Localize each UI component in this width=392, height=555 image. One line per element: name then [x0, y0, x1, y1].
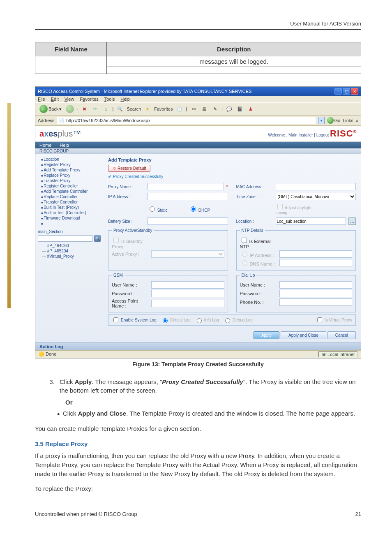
search-icon[interactable]: 🔍: [116, 105, 124, 113]
menu-help[interactable]: Help: [120, 97, 130, 102]
address-dropdown[interactable]: ▾: [318, 117, 325, 124]
check-icon: ✔: [108, 174, 111, 179]
messenger-icon[interactable]: ♟: [247, 105, 255, 113]
tree-node-2[interactable]: #P_465204: [38, 248, 101, 254]
menu-view[interactable]: View: [65, 97, 74, 102]
td-fn-blank: [35, 56, 107, 74]
history-icon[interactable]: 🕘: [175, 105, 184, 113]
action-log-bar[interactable]: Action Log: [35, 342, 361, 350]
td-desc-blank: [107, 67, 361, 74]
radio-critical-log[interactable]: Critical Log: [161, 317, 191, 323]
label-dial-phone: Phone No. :: [240, 300, 277, 305]
search-label[interactable]: Search: [127, 106, 141, 111]
favorites-label[interactable]: Favorites: [154, 106, 173, 111]
input-dial-pass[interactable]: [279, 290, 353, 297]
input-proxy-name[interactable]: [148, 183, 224, 190]
app-nav: Home Help: [35, 142, 361, 148]
apply-button[interactable]: Apply: [254, 331, 279, 339]
menu-favorites[interactable]: Favorites: [80, 97, 98, 102]
restore-default-button[interactable]: ↺ Restore Default: [108, 165, 150, 172]
maximize-button[interactable]: ▢: [343, 88, 350, 95]
tree-node-3[interactable]: #Virtual_Proxy: [38, 254, 101, 259]
print-icon[interactable]: 🖶: [200, 105, 208, 113]
success-message: ✔ Proxy Created Successfully: [108, 174, 356, 179]
stop-icon[interactable]: ✖: [81, 105, 89, 113]
bullet-apply-close: Click Apply and Close. The Template Prox…: [57, 409, 361, 419]
input-mac[interactable]: [276, 183, 356, 190]
sidebar-item-replace-controller[interactable]: Replace Controller: [38, 194, 101, 199]
sidebar-item-replace-proxy[interactable]: Replace Proxy: [38, 173, 101, 178]
input-ntp-ip: [279, 250, 353, 258]
sidebar-item-location[interactable]: Location: [38, 157, 101, 162]
sidebar-item-add-template-proxy[interactable]: Add Template Proxy: [38, 167, 101, 173]
checkbox-enable-log[interactable]: Enable System Log: [112, 316, 157, 324]
sidebar-item-transfer-controller[interactable]: Transfer Controller: [38, 199, 101, 205]
go-label: Go: [334, 118, 341, 123]
field-description-table: Field Name Description messages will be …: [35, 42, 361, 74]
research-icon[interactable]: 📓: [236, 105, 244, 113]
checkbox-daylight: Adjust daylight saving: [276, 203, 313, 215]
radio-static[interactable]: Static: [148, 205, 184, 213]
sidebar-item-transfer-proxy[interactable]: Transfer Proxy: [38, 178, 101, 183]
back-button[interactable]: ← Back ▾: [38, 104, 63, 113]
edit-icon[interactable]: ✎: [211, 105, 219, 113]
menu-edit[interactable]: Edit: [51, 97, 59, 102]
radio-info-log[interactable]: Info Log: [195, 317, 219, 323]
menu-tools[interactable]: Tools: [104, 97, 115, 102]
ie-toolbar: ← Back ▾ → · ✖ ⟳ ⌂ | 🔍 Search ★ Favorite…: [35, 102, 361, 116]
links-chevron-icon[interactable]: »: [356, 118, 358, 123]
radio-debug-log[interactable]: Debug Log: [223, 317, 253, 323]
sidebar-item-bit-controller[interactable]: Built in Test (Controller): [38, 210, 101, 215]
section-3-5-title: 3.5 Replace Proxy: [35, 440, 361, 447]
forward-button[interactable]: →: [66, 105, 74, 113]
sidebar-item-blank: [38, 221, 101, 226]
apply-close-button[interactable]: Apply and Close: [281, 331, 326, 339]
label-mac: MAC Address :: [236, 185, 273, 189]
nav-home[interactable]: Home: [39, 143, 51, 148]
input-gsm-apn[interactable]: [151, 300, 224, 307]
label-active-proxy: Active Proxy :: [112, 252, 149, 257]
checkbox-virtual-proxy[interactable]: Is Virtual Proxy: [316, 316, 352, 324]
tree-search-button[interactable]: 🔍: [94, 235, 101, 242]
restore-icon: ↺: [113, 166, 116, 171]
label-ip: IP Address :: [108, 194, 145, 199]
checkbox-is-standby: Is Standby Proxy: [112, 236, 149, 249]
mail-icon[interactable]: ✉: [189, 105, 198, 113]
page-icon: 📄: [59, 118, 65, 123]
radio-dhcp[interactable]: DHCP: [189, 205, 226, 213]
sidebar-item-register-proxy[interactable]: Register Proxy: [38, 162, 101, 167]
close-button[interactable]: ✕: [351, 88, 358, 95]
sidebar-item-firmware[interactable]: Firmware Download: [38, 215, 101, 221]
refresh-icon[interactable]: ⟳: [91, 105, 99, 113]
input-gsm-user[interactable]: [151, 281, 224, 289]
input-dial-user[interactable]: [279, 281, 353, 289]
nav-help[interactable]: Help: [60, 143, 69, 148]
panel-title: Add Template Proxy: [108, 157, 356, 162]
minimize-button[interactable]: –: [334, 88, 342, 95]
favorites-icon[interactable]: ★: [143, 105, 152, 113]
logout-link[interactable]: Logout: [316, 133, 329, 137]
input-battery[interactable]: [148, 217, 228, 225]
input-location[interactable]: [276, 217, 346, 225]
menu-file[interactable]: File: [38, 97, 45, 102]
sidebar-item-bit-proxy[interactable]: Built in Test (Proxy): [38, 205, 101, 210]
sidebar-item-register-controller[interactable]: Register Controller: [38, 183, 101, 189]
address-input[interactable]: 📄 http://01hw182233/acis/MainWindow.aspx: [57, 117, 315, 124]
tree-search-input[interactable]: [38, 235, 92, 242]
cancel-button[interactable]: Cancel: [327, 331, 356, 339]
input-dial-phone[interactable]: [279, 298, 353, 306]
input-ip[interactable]: [148, 193, 228, 200]
input-gsm-pass[interactable]: [151, 290, 224, 297]
links-label[interactable]: Links: [343, 118, 353, 123]
checkbox-ext-ntp[interactable]: Is External NTP: [240, 236, 277, 249]
tree-node-1[interactable]: #P_464C60: [38, 243, 101, 248]
th-description: Description: [107, 42, 361, 56]
go-button[interactable]: → Go: [327, 117, 341, 124]
discuss-icon[interactable]: 💬: [225, 105, 233, 113]
select-tz[interactable]: (GMT) Casablanca, Monrovi: [276, 193, 356, 200]
fieldset-proxy-active-standby: Proxy Active/Standby Is Standby Proxy Ac…: [108, 228, 228, 271]
label-gsm-pass: Password :: [112, 291, 149, 296]
location-browse-button[interactable]: …: [348, 217, 356, 225]
sidebar-item-add-template-controller[interactable]: Add Template Controller: [38, 189, 101, 194]
home-icon[interactable]: ⌂: [102, 105, 110, 113]
